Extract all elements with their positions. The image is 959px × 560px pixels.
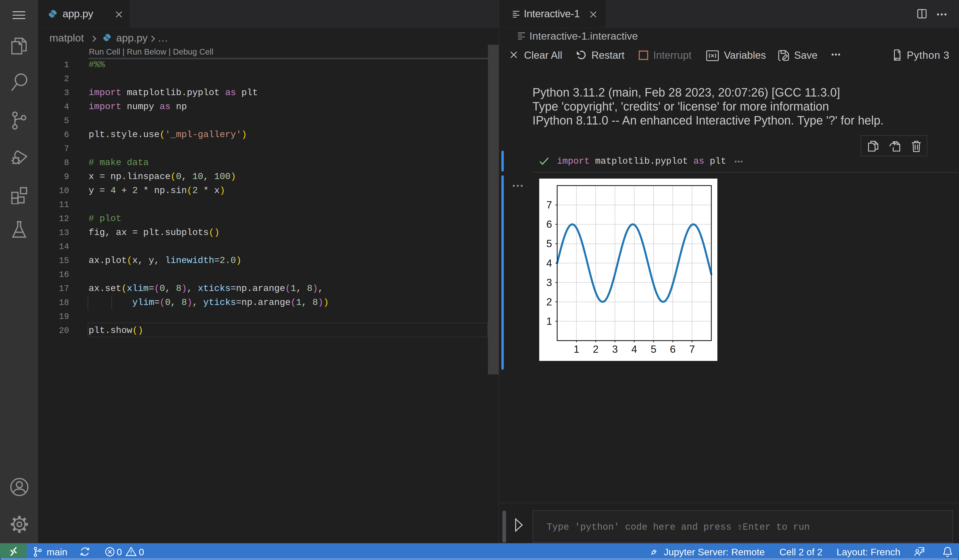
svg-text:3: 3 (612, 343, 618, 355)
svg-text:7: 7 (689, 343, 695, 355)
svg-text:2: 2 (593, 343, 598, 355)
svg-text:6: 6 (670, 343, 675, 355)
svg-text:2: 2 (546, 296, 552, 307)
svg-text:3: 3 (546, 277, 552, 288)
svg-text:5: 5 (650, 343, 656, 355)
svg-text:7: 7 (546, 199, 552, 210)
svg-text:4: 4 (546, 257, 552, 269)
svg-text:1: 1 (573, 343, 579, 355)
svg-text:1: 1 (546, 315, 552, 327)
svg-text:5: 5 (546, 237, 552, 249)
svg-text:4: 4 (631, 343, 637, 355)
svg-text:6: 6 (546, 218, 552, 230)
